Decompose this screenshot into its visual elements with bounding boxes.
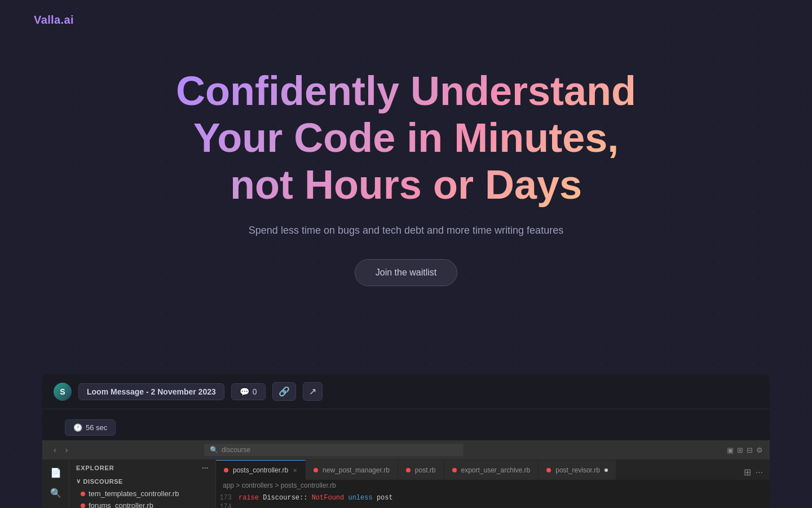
layout-icon-1[interactable]: ▣	[727, 446, 734, 454]
tab-label: export_user_archive.rb	[461, 466, 531, 474]
file-name: forums_controller.rb	[89, 501, 153, 508]
layout-icon-3[interactable]: ⊟	[747, 446, 753, 454]
tab-dot	[452, 468, 457, 472]
comment-icon: 💬	[240, 387, 249, 396]
file-list: tem_templates_controller.rb forums_contr…	[69, 487, 215, 508]
loom-title: Loom Message - 2 November 2023	[78, 383, 224, 400]
duration-badge: 🕐 56 sec	[65, 419, 116, 436]
vscode-topbar: ‹ › 🔍 discourse ▣ ⊞ ⊟ ⚙	[42, 440, 770, 460]
loom-time-row: 🕐 56 sec	[42, 409, 770, 440]
clock-icon: 🕐	[73, 423, 82, 432]
tab-export-user-archive[interactable]: export_user_archive.rb	[444, 460, 539, 480]
vscode-search[interactable]: 🔍 discourse	[204, 444, 464, 456]
explorer-icon[interactable]: 📄	[48, 465, 64, 480]
search-text: discourse	[222, 446, 250, 454]
line-number: 173	[216, 494, 239, 502]
forward-button[interactable]: ›	[61, 443, 73, 457]
unsaved-dot	[604, 468, 608, 472]
tab-post[interactable]: post.rb	[398, 460, 444, 480]
code-area: 173 raise Discourse:: NotFound unless po…	[216, 491, 770, 508]
hero-section: Confidently Understand Your Code in Minu…	[0, 68, 812, 286]
activity-bar: 📄 🔍	[42, 460, 69, 508]
vscode-panel: ‹ › 🔍 discourse ▣ ⊞ ⊟ ⚙ 📄 🔍 EXPLORER ···…	[42, 440, 770, 508]
breadcrumb-text: app > controllers > posts_controller.rb	[223, 481, 336, 489]
more-options-icon[interactable]: ···	[202, 465, 209, 471]
line-number: 174	[216, 503, 239, 508]
comment-button[interactable]: 💬 0	[231, 383, 266, 400]
code-line-174: 174	[216, 502, 770, 508]
tab-label: posts_controller.rb	[233, 466, 288, 474]
search-icon: 🔍	[210, 446, 218, 454]
tab-label: post.rb	[415, 466, 436, 474]
tab-label: new_post_manager.rb	[323, 466, 390, 474]
external-link-button[interactable]: ↗	[303, 382, 323, 401]
explorer-header: EXPLORER ···	[69, 460, 215, 476]
list-item[interactable]: forums_controller.rb	[69, 500, 215, 508]
comment-count: 0	[253, 387, 257, 396]
split-editor-icon[interactable]: ⊞	[742, 465, 753, 480]
settings-icon[interactable]: ⚙	[756, 446, 763, 454]
duration-text: 56 sec	[86, 423, 107, 432]
header: Valla.ai	[0, 0, 812, 40]
waitlist-button[interactable]: Join the waitlist	[355, 259, 458, 286]
vscode-right-icons: ▣ ⊞ ⊟ ⚙	[727, 446, 763, 454]
file-explorer: EXPLORER ··· ∨ DISCOURSE tem_templates_c…	[69, 460, 216, 508]
tab-dot	[314, 468, 318, 472]
tab-dot	[546, 468, 551, 472]
tab-posts-controller[interactable]: posts_controller.rb ✕	[216, 460, 306, 480]
discourse-section[interactable]: ∨ DISCOURSE	[69, 476, 215, 487]
hero-title: Confidently Understand Your Code in Minu…	[176, 68, 636, 208]
avatar: S	[54, 383, 72, 401]
editor-area: posts_controller.rb ✕ new_post_manager.r…	[216, 460, 770, 508]
code-content: raise Discourse:: NotFound unless post	[239, 494, 393, 502]
editor-actions: ⊞ ···	[742, 465, 770, 480]
file-name: tem_templates_controller.rb	[89, 489, 179, 498]
tab-dot	[406, 468, 411, 472]
vscode-main: 📄 🔍 EXPLORER ··· ∨ DISCOURSE tem_templat…	[42, 460, 770, 508]
hero-subtitle: Spend less time on bugs and tech debt an…	[249, 225, 563, 237]
tab-post-revisor[interactable]: post_revisor.rb	[539, 460, 616, 480]
tab-label: post_revisor.rb	[555, 466, 600, 474]
list-item[interactable]: tem_templates_controller.rb	[69, 488, 215, 500]
code-line-173: 173 raise Discourse:: NotFound unless po…	[216, 493, 770, 502]
search-sidebar-icon[interactable]: 🔍	[48, 485, 64, 501]
loom-bar: S Loom Message - 2 November 2023 💬 0 🔗 ↗	[42, 374, 770, 409]
link-button[interactable]: 🔗	[272, 382, 296, 401]
breadcrumb: app > controllers > posts_controller.rb	[216, 480, 770, 491]
logo: Valla.ai	[34, 14, 74, 27]
tab-dot	[224, 468, 228, 472]
close-icon[interactable]: ✕	[293, 467, 297, 474]
loom-panel: S Loom Message - 2 November 2023 💬 0 🔗 ↗…	[42, 374, 770, 440]
tab-bar: posts_controller.rb ✕ new_post_manager.r…	[216, 460, 770, 480]
tab-new-post-manager[interactable]: new_post_manager.rb	[306, 460, 398, 480]
layout-icon-2[interactable]: ⊞	[737, 446, 743, 454]
file-dot	[81, 492, 85, 496]
more-tabs-icon[interactable]: ···	[753, 465, 765, 480]
file-dot	[81, 503, 85, 508]
back-button[interactable]: ‹	[49, 443, 61, 457]
